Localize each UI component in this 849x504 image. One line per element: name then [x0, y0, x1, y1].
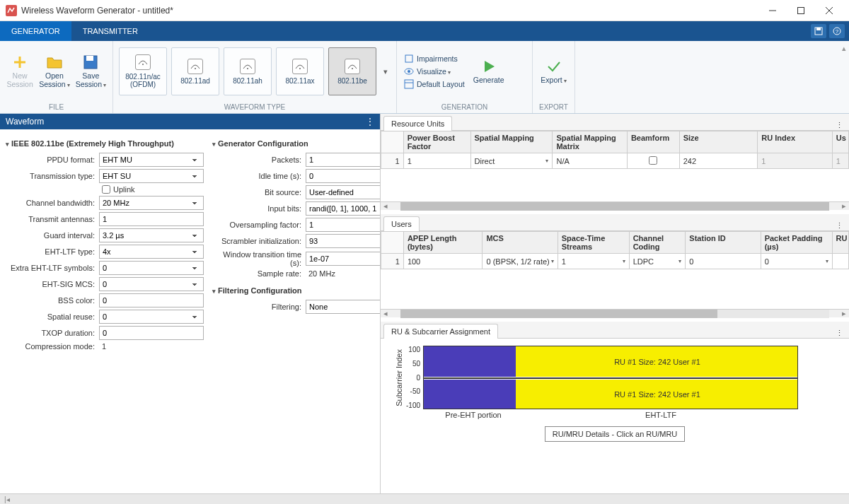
- ru-power-cell[interactable]: 1: [403, 153, 470, 169]
- save-session-button[interactable]: Save Session: [74, 51, 108, 91]
- svg-rect-10: [86, 56, 93, 61]
- ru-size-cell[interactable]: 242: [679, 153, 758, 169]
- svg-point-13: [247, 68, 248, 69]
- ytick: 100: [408, 346, 420, 353]
- tab-generator[interactable]: GENERATOR: [0, 21, 71, 41]
- ru-beamform-cell[interactable]: [627, 153, 679, 169]
- section-ieee-title[interactable]: IEEE 802.11be (Extremely High Throughput…: [6, 136, 204, 151]
- maximize-button[interactable]: [787, 1, 815, 20]
- uplink-checkbox[interactable]: [102, 185, 110, 194]
- oversampling-input[interactable]: [306, 218, 380, 232]
- ru-header-us: Us: [832, 131, 848, 153]
- visualize-button[interactable]: Visualize: [401, 65, 468, 78]
- users-coding-cell[interactable]: LDPC: [629, 254, 686, 269]
- users-row-num: 1: [381, 254, 404, 269]
- guard-interval-select[interactable]: 3.2 µs: [99, 228, 204, 242]
- resource-units-menu[interactable]: ⋮: [830, 121, 849, 130]
- check-icon: [545, 58, 562, 75]
- ppdu-format-label: PPDU format:: [6, 156, 99, 164]
- users-padding-cell[interactable]: 0: [761, 254, 832, 269]
- spatial-reuse-select[interactable]: 0: [99, 310, 204, 324]
- svg-rect-21: [424, 346, 516, 377]
- new-session-button[interactable]: New Session: [4, 51, 35, 91]
- close-button[interactable]: [815, 1, 843, 20]
- users-sts-cell[interactable]: 1: [558, 254, 629, 269]
- wifi-icon: [190, 63, 200, 70]
- chart-xlabel-eht: EHT-LTF: [519, 411, 802, 419]
- scrambler-input[interactable]: [306, 234, 380, 248]
- default-layout-button[interactable]: Default Layout: [401, 78, 468, 90]
- impairments-button[interactable]: Impairments: [401, 52, 468, 65]
- ribbon-group-gen-label: GENERATION: [397, 102, 532, 113]
- compression-mode-value: 1: [99, 342, 204, 351]
- channel-bw-select[interactable]: 20 MHz: [99, 196, 204, 210]
- ribbon-collapse-icon[interactable]: ▴: [842, 44, 846, 53]
- users-apep-cell[interactable]: 100: [403, 254, 483, 269]
- ru-header-index: RU Index: [758, 131, 832, 153]
- users-row[interactable]: 1 100 0 (BPSK, 1/2 rate) 1 LDPC 0 0: [381, 254, 849, 269]
- section-gen-title[interactable]: Generator Configuration: [212, 136, 380, 151]
- generate-button[interactable]: Generate: [469, 55, 509, 88]
- waveform-80211nac[interactable]: 802.11n/ac (OFDM): [119, 47, 167, 95]
- ribbon-group-waveform-label: WAVEFORM TYPE: [113, 102, 396, 113]
- input-bits-input[interactable]: [306, 201, 380, 216]
- help-icon-button[interactable]: ?: [829, 24, 845, 38]
- ppdu-format-select[interactable]: EHT MU: [99, 153, 204, 167]
- extra-eht-ltf-select[interactable]: 0: [99, 261, 204, 275]
- section-filter-title[interactable]: Filtering Configuration: [212, 283, 380, 298]
- users-station-cell[interactable]: 0: [686, 254, 761, 269]
- idle-time-input[interactable]: [306, 169, 380, 183]
- folder-open-icon: [46, 54, 63, 71]
- open-session-button[interactable]: Open Session: [37, 51, 71, 91]
- packets-input[interactable]: [306, 153, 380, 167]
- bit-source-label: Bit source:: [212, 188, 306, 197]
- users-mcs-cell[interactable]: 0 (BPSK, 1/2 rate): [483, 254, 558, 269]
- ru-scrollbar[interactable]: ◂▸: [381, 201, 849, 210]
- ru-row[interactable]: 1 1 Direct N/A 242 1 1: [381, 153, 849, 169]
- svg-rect-6: [816, 28, 821, 30]
- waveform-80211ax[interactable]: 802.11ax: [276, 47, 324, 95]
- ru-chart-svg[interactable]: RU #1 Size: 242 User #1 RU #1 Size: 242 …: [423, 346, 798, 409]
- tab-users[interactable]: Users: [383, 216, 420, 231]
- packets-label: Packets:: [212, 156, 306, 164]
- bss-color-input[interactable]: [99, 293, 204, 307]
- users-menu[interactable]: ⋮: [830, 221, 849, 230]
- transmission-type-select[interactable]: EHT SU: [99, 169, 204, 183]
- main-tabbar: GENERATOR TRANSMITTER ?: [0, 21, 849, 41]
- uplink-label: Uplink: [113, 185, 135, 194]
- users-scrollbar[interactable]: ◂▸: [381, 309, 849, 317]
- window-transition-input[interactable]: [306, 252, 380, 266]
- waveform-80211be[interactable]: 802.11be: [328, 47, 376, 95]
- export-button[interactable]: Export: [537, 55, 570, 88]
- ru-mapping-cell[interactable]: Direct: [470, 153, 553, 169]
- ru-assignment-menu[interactable]: ⋮: [830, 329, 849, 338]
- eht-ltf-select[interactable]: 4x: [99, 245, 204, 259]
- txop-duration-input[interactable]: [99, 326, 204, 340]
- bit-source-select[interactable]: User-defined: [306, 185, 380, 199]
- ru-matrix-cell[interactable]: N/A: [553, 153, 627, 169]
- layout-icon: [404, 79, 414, 89]
- ru-header-size: Size: [679, 131, 758, 153]
- save-icon-button[interactable]: [811, 24, 826, 38]
- tab-ru-assignment[interactable]: RU & Subcarrier Assignment: [383, 324, 498, 339]
- chart-ylabel: Subcarrier Index: [395, 349, 403, 406]
- chart-xlabel-pre: Pre-EHT portion: [427, 411, 519, 419]
- panel-menu-icon[interactable]: ⋮: [366, 117, 374, 127]
- tx-antennas-input[interactable]: [99, 212, 204, 226]
- waveform-more-button[interactable]: ▾: [379, 64, 392, 79]
- users-header-ru: RU: [832, 232, 848, 254]
- tab-resource-units[interactable]: Resource Units: [383, 116, 452, 131]
- minimize-button[interactable]: [758, 1, 787, 20]
- scrambler-label: Scrambler initialization:: [212, 237, 306, 245]
- beamform-checkbox[interactable]: [649, 156, 657, 165]
- waveform-80211ah[interactable]: 802.11ah: [224, 47, 272, 95]
- wifi-icon: [243, 63, 253, 70]
- eht-sig-mcs-select[interactable]: 0: [99, 277, 204, 291]
- svg-rect-2: [798, 7, 804, 13]
- filtering-select[interactable]: None: [306, 300, 380, 314]
- statusbar-restore-icon[interactable]: |◂: [4, 496, 10, 503]
- app-icon: [6, 5, 17, 16]
- waveform-80211ad[interactable]: 802.11ad: [171, 47, 219, 95]
- tab-transmitter[interactable]: TRANSMITTER: [71, 21, 149, 41]
- svg-text:RU #1   Size: 242   User #1: RU #1 Size: 242 User #1: [614, 390, 700, 399]
